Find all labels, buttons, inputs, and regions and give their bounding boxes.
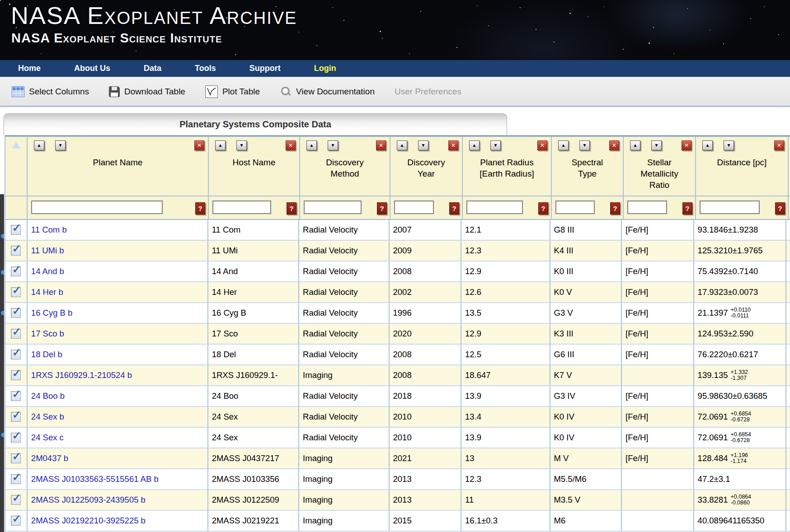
discovery-year-cell: 2018: [390, 386, 462, 407]
row-checkbox[interactable]: ✓: [11, 370, 21, 380]
sort-descending-button[interactable]: ▼: [724, 140, 734, 150]
row-checkbox[interactable]: ✓: [11, 433, 21, 443]
nav-item-support[interactable]: Support: [249, 64, 281, 73]
filter-input-discovery-method[interactable]: [304, 201, 362, 214]
row-checkbox[interactable]: ✓: [11, 350, 21, 359]
discovery-year-cell: 2008: [390, 261, 462, 282]
distance-value: 125.3210±1.9765: [698, 246, 763, 256]
discovery-method-cell: Radial Velocity: [299, 220, 389, 241]
remove-column-button[interactable]: ✕: [609, 140, 619, 150]
filter-input-distance-pc[interactable]: [700, 201, 760, 214]
nav-item-data[interactable]: Data: [144, 64, 161, 73]
row-checkbox[interactable]: ✓: [11, 474, 21, 484]
sort-descending-button[interactable]: ▼: [55, 140, 66, 150]
planet-name-link[interactable]: 2M0437 b: [31, 453, 68, 463]
hero-banner: NASA Exoplanet Archive NASA Exoplanet Sc…: [0, 0, 790, 60]
remove-column-button[interactable]: ✕: [682, 140, 691, 150]
remove-column-button[interactable]: ✕: [286, 140, 296, 150]
filter-help-button[interactable]: ?: [377, 202, 387, 215]
filter-input-planet-radius-earth-radius[interactable]: [466, 201, 523, 214]
planet-name-link[interactable]: 2MASS J02192210-3925225 b: [31, 516, 146, 526]
filter-help-button[interactable]: ?: [610, 202, 620, 215]
toolbar-item-plot-table[interactable]: Plot Table: [205, 85, 260, 98]
sort-descending-button[interactable]: ▼: [579, 140, 590, 150]
filter-input-spectral-type[interactable]: [555, 201, 595, 214]
planet-name-link[interactable]: 2MASS J01033563-5515561 AB b: [31, 474, 159, 484]
sort-ascending-button[interactable]: ▲: [397, 140, 407, 150]
filter-help-button[interactable]: ?: [775, 202, 785, 215]
row-checkbox[interactable]: ✓: [11, 391, 21, 401]
table-row: ✓11 Com b11 ComRadial Velocity200712.1G8…: [5, 220, 790, 241]
nav-item-login[interactable]: Login: [314, 64, 336, 73]
filter-input-stellar-metallicity-ratio[interactable]: [627, 201, 667, 214]
row-checkbox[interactable]: ✓: [11, 329, 21, 339]
discovery-year-cell: 2021: [390, 448, 462, 469]
sort-ascending-button[interactable]: ▲: [34, 140, 44, 150]
remove-column-button[interactable]: ✕: [774, 140, 784, 150]
sort-ascending-button[interactable]: ▲: [215, 140, 226, 150]
checkmark-icon: ✓: [12, 263, 21, 276]
row-checkbox[interactable]: ✓: [11, 495, 21, 505]
toolbar-item-download-table[interactable]: Download Table: [109, 86, 185, 97]
sort-descending-button[interactable]: ▼: [328, 140, 338, 150]
planet-name-link[interactable]: 1RXS J160929.1-210524 b: [31, 370, 132, 380]
spectral-type-cell: K0 IV: [550, 428, 622, 448]
toolbar-item-select-columns[interactable]: Select Columns: [12, 86, 89, 97]
sort-ascending-button[interactable]: ▲: [702, 140, 713, 150]
row-select-cell: ✓: [5, 345, 28, 365]
filter-help-button[interactable]: ?: [449, 202, 459, 215]
sort-descending-button[interactable]: ▼: [418, 140, 428, 150]
row-checkbox[interactable]: ✓: [11, 266, 21, 276]
sort-descending-button[interactable]: ▼: [490, 140, 501, 150]
remove-column-button[interactable]: ✕: [448, 140, 458, 150]
filter-input-planet-name[interactable]: [31, 201, 163, 214]
planet-name-link[interactable]: 14 Her b: [31, 287, 63, 297]
sort-ascending-button[interactable]: ▲: [306, 140, 317, 150]
planet-name-link[interactable]: 16 Cyg B b: [31, 308, 73, 318]
filter-help-button[interactable]: ?: [195, 202, 205, 215]
filter-help-button[interactable]: ?: [538, 202, 548, 215]
row-checkbox[interactable]: ✓: [11, 225, 21, 235]
nav-item-about-us[interactable]: About Us: [74, 64, 110, 73]
planet-name-link[interactable]: 18 Del b: [31, 350, 62, 359]
planet-name-link[interactable]: 2MASS J01225093-2439505 b: [31, 495, 146, 505]
remove-column-button[interactable]: ✕: [537, 140, 547, 150]
remove-column-button[interactable]: ✕: [376, 140, 386, 150]
toolbar-item-view-documentation[interactable]: View Documentation: [280, 86, 375, 98]
column-header-host-name: ▲▼✕Host Name: [209, 137, 300, 196]
row-checkbox[interactable]: ✓: [11, 412, 21, 422]
filter-input-discovery-year[interactable]: [394, 201, 434, 214]
planet-name-link[interactable]: 24 Boo b: [31, 391, 65, 401]
planet-name-cell: 17 Sco b: [28, 324, 208, 345]
filter-help-button[interactable]: ?: [682, 202, 692, 215]
planet-name-link[interactable]: 24 Sex b: [31, 412, 64, 422]
row-checkbox[interactable]: ✓: [11, 246, 21, 256]
row-checkbox[interactable]: ✓: [11, 516, 21, 526]
nav-item-home[interactable]: Home: [18, 64, 41, 73]
sort-ascending-button[interactable]: ▲: [469, 140, 480, 150]
sort-descending-button[interactable]: ▼: [651, 140, 662, 150]
checkmark-icon: ✓: [12, 471, 21, 484]
planet-name-link[interactable]: 11 UMi b: [31, 246, 64, 256]
filter-cell-planet-name: ?: [28, 196, 209, 220]
row-checkbox[interactable]: ✓: [11, 453, 21, 463]
planet-name-link[interactable]: 11 Com b: [31, 225, 67, 235]
select-all-triangle-icon[interactable]: [12, 141, 20, 149]
table-filter-row: ????????: [5, 196, 790, 220]
planet-name-link[interactable]: 14 And b: [31, 266, 64, 276]
remove-column-button[interactable]: ✕: [194, 140, 204, 150]
distance-error-minus: -0.0111: [730, 313, 751, 319]
filter-cell-planet-radius-earth-radius: ?: [463, 196, 552, 220]
row-checkbox[interactable]: ✓: [11, 308, 21, 318]
filter-help-button[interactable]: ?: [287, 202, 296, 215]
sort-ascending-button[interactable]: ▲: [630, 140, 640, 150]
tab-planetary-systems-composite-data[interactable]: Planetary Systems Composite Data: [4, 113, 507, 135]
planet-name-link[interactable]: 24 Sex c: [31, 433, 64, 443]
filter-input-host-name[interactable]: [212, 201, 271, 214]
nav-item-tools[interactable]: Tools: [195, 64, 216, 73]
row-checkbox[interactable]: ✓: [11, 287, 21, 297]
sort-ascending-button[interactable]: ▲: [558, 140, 569, 150]
distance-value: 95.98630±0.63685: [698, 391, 767, 401]
sort-descending-button[interactable]: ▼: [236, 140, 247, 150]
planet-name-link[interactable]: 17 Sco b: [31, 329, 64, 339]
